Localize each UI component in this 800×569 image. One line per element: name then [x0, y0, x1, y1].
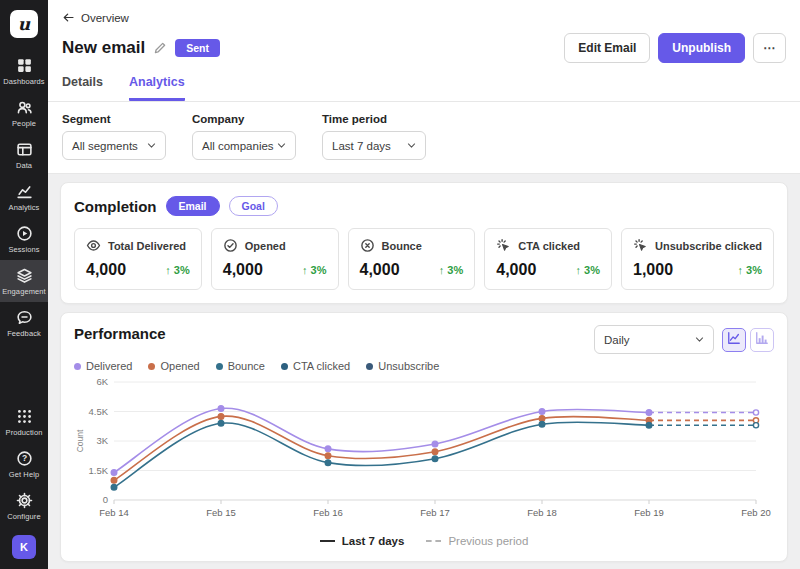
- dashed-line-label: Previous period: [448, 535, 528, 547]
- analytics-icon: [16, 183, 33, 200]
- filter-segment: Segment All segments: [62, 113, 166, 160]
- chevron-down-icon: [694, 334, 705, 345]
- legend-label: Delivered: [86, 360, 132, 372]
- completion-section: Completion Email Goal Total Delivered4,0…: [60, 182, 788, 304]
- metric-card-unsubscribe-clicked: Unsubscribe clicked1,000↑ 3%: [621, 228, 774, 290]
- segment-select[interactable]: All segments: [62, 131, 166, 160]
- metric-delta: ↑ 3%: [439, 264, 463, 276]
- page-title: New email: [62, 38, 145, 58]
- metric-card-cta-clicked: CTA clicked4,000↑ 3%: [484, 228, 612, 290]
- sidebar-spacer: [0, 344, 48, 401]
- legend-item-cta-clicked[interactable]: CTA clicked: [281, 360, 350, 372]
- sidebar-nav: DashboardsPeopleDataAnalyticsSessionsEng…: [0, 50, 48, 344]
- page-header: Overview New email Sent Edit Email Unpub…: [48, 0, 800, 174]
- main-content: Overview New email Sent Edit Email Unpub…: [48, 0, 800, 569]
- svg-text:Feb 18: Feb 18: [527, 507, 557, 518]
- filter-bar: Segment All segments Company All compani…: [48, 102, 800, 174]
- line-chart-icon: [727, 331, 741, 348]
- tab-details[interactable]: Details: [62, 75, 103, 101]
- sidebar-item-label: Sessions: [8, 245, 39, 254]
- performance-title: Performance: [74, 325, 166, 342]
- app-logo[interactable]: u: [0, 0, 48, 50]
- breadcrumb[interactable]: Overview: [48, 0, 143, 24]
- completion-title: Completion: [74, 198, 157, 215]
- email-toggle-pill[interactable]: Email: [166, 196, 220, 216]
- svg-text:4.5K: 4.5K: [88, 406, 108, 417]
- cursor-click-icon: [496, 238, 511, 253]
- feedback-icon: [16, 309, 33, 326]
- user-avatar[interactable]: K: [12, 535, 36, 559]
- metric-delta: ↑ 3%: [738, 264, 762, 276]
- edit-title-icon[interactable]: [153, 41, 167, 55]
- back-arrow-icon: [62, 11, 75, 24]
- legend-item-delivered[interactable]: Delivered: [74, 360, 132, 372]
- svg-text:3K: 3K: [96, 435, 108, 446]
- engagement-icon: [16, 267, 33, 284]
- interval-select[interactable]: Daily: [594, 325, 714, 354]
- bar-chart-toggle-button[interactable]: [750, 328, 774, 352]
- legend-item-unsubscribe[interactable]: Unsubscribe: [366, 360, 439, 372]
- cursor-click-icon: [633, 238, 648, 253]
- metric-value: 4,000: [496, 261, 536, 279]
- sidebar-item-people[interactable]: People: [0, 92, 48, 134]
- chart-legend: DeliveredOpenedBounceCTA clickedUnsubscr…: [74, 360, 774, 372]
- edit-email-button[interactable]: Edit Email: [564, 33, 650, 63]
- sidebar-item-label: Feedback: [7, 329, 41, 338]
- unpublish-button[interactable]: Unpublish: [658, 33, 745, 63]
- performance-chart: 01.5K3K4.5K6KFeb 14Feb 15Feb 16Feb 17Feb…: [74, 376, 774, 526]
- company-select-value: All companies: [202, 140, 274, 152]
- metric-value: 4,000: [86, 261, 126, 279]
- sidebar-item-engagement[interactable]: Engagement: [0, 260, 48, 302]
- legend-label: Opened: [160, 360, 199, 372]
- legend-item-bounce[interactable]: Bounce: [216, 360, 265, 372]
- x-circle-icon: [360, 238, 375, 253]
- goal-toggle-pill[interactable]: Goal: [229, 196, 278, 216]
- filter-company: Company All companies: [192, 113, 296, 160]
- sidebar-item-feedback[interactable]: Feedback: [0, 302, 48, 344]
- sidebar-item-get-help[interactable]: ?Get Help: [0, 443, 48, 485]
- svg-text:Feb 19: Feb 19: [634, 507, 664, 518]
- chevron-down-icon: [146, 140, 157, 151]
- filter-time-period: Time period Last 7 days: [322, 113, 426, 160]
- svg-text:Feb 15: Feb 15: [206, 507, 236, 518]
- sidebar-item-analytics[interactable]: Analytics: [0, 176, 48, 218]
- legend-dot: [148, 363, 155, 370]
- sidebar-item-production[interactable]: Production: [0, 401, 48, 443]
- breadcrumb-label: Overview: [81, 12, 129, 24]
- time-period-select-value: Last 7 days: [332, 140, 391, 152]
- legend-label: Unsubscribe: [378, 360, 439, 372]
- chart-type-toggle: [722, 328, 774, 352]
- chart-period-legend: Last 7 days Previous period: [74, 529, 774, 553]
- data-icon: [16, 141, 33, 158]
- sidebar-item-dashboards[interactable]: Dashboards: [0, 50, 48, 92]
- metric-value: 4,000: [223, 261, 263, 279]
- legend-dot: [216, 363, 223, 370]
- metric-label: Total Delivered: [108, 240, 186, 252]
- tab-analytics[interactable]: Analytics: [129, 75, 185, 101]
- sessions-icon: [16, 225, 33, 242]
- chevron-down-icon: [276, 140, 287, 151]
- metric-value: 1,000: [633, 261, 673, 279]
- svg-text:1.5K: 1.5K: [88, 465, 108, 476]
- sidebar-item-configure[interactable]: Configure: [0, 485, 48, 527]
- sidebar-item-sessions[interactable]: Sessions: [0, 218, 48, 260]
- sidebar-item-data[interactable]: Data: [0, 134, 48, 176]
- legend-item-opened[interactable]: Opened: [148, 360, 199, 372]
- more-options-button[interactable]: ⋯: [753, 33, 786, 63]
- company-select[interactable]: All companies: [192, 131, 296, 160]
- status-badge: Sent: [175, 39, 220, 57]
- line-chart-toggle-button[interactable]: [722, 328, 746, 352]
- svg-text:Feb 16: Feb 16: [313, 507, 343, 518]
- solid-line-label: Last 7 days: [342, 535, 405, 547]
- company-filter-label: Company: [192, 113, 296, 125]
- time-period-select[interactable]: Last 7 days: [322, 131, 426, 160]
- people-icon: [16, 99, 33, 116]
- segment-select-value: All segments: [72, 140, 138, 152]
- sidebar-item-label: Engagement: [2, 287, 46, 296]
- sidebar-item-label: Data: [16, 161, 32, 170]
- svg-text:Feb 14: Feb 14: [99, 507, 129, 518]
- eye-icon: [86, 238, 101, 253]
- svg-text:?: ?: [21, 453, 26, 463]
- bar-chart-icon: [755, 331, 769, 348]
- legend-label: Bounce: [228, 360, 265, 372]
